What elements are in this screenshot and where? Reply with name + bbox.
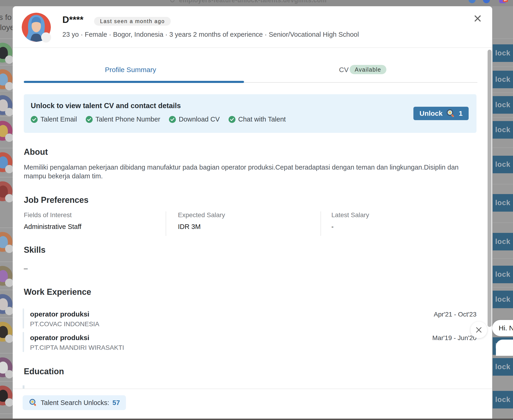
chat-close-button[interactable]: [470, 322, 487, 338]
feature-label: Chat with Talent: [238, 115, 286, 123]
list-row-divider: [493, 38, 513, 39]
check-circle-icon: [228, 116, 235, 123]
footer-divider: [13, 389, 492, 389]
feature-label: Talent Phone Number: [95, 115, 160, 123]
browser-extension-icon[interactable]: [483, 0, 490, 3]
unlock-button-clipped[interactable]: lock: [493, 291, 513, 308]
active-tab-indicator: [24, 81, 244, 83]
work-period: Apr'21 - Oct'23: [434, 311, 476, 318]
education-entry-bar-fragment: [23, 385, 24, 389]
unlock-button-clipped[interactable]: lock: [493, 358, 513, 376]
unlock-button[interactable]: Unlock 1: [413, 107, 469, 120]
unlock-button-clipped[interactable]: lock: [493, 391, 513, 408]
education-heading: Education: [24, 367, 64, 376]
list-row-divider: [493, 223, 513, 223]
work-period: Mar'19 - Jun'20: [432, 334, 476, 342]
background-text-fragment: loye: [0, 23, 14, 32]
list-row-divider: [0, 177, 13, 177]
avatar-status-circle: [5, 134, 13, 142]
check-circle-icon: [86, 116, 93, 123]
unlock-button-clipped[interactable]: lock: [493, 156, 513, 173]
unlock-feature-item: Chat with Talent: [228, 115, 286, 123]
close-icon[interactable]: [473, 14, 482, 23]
bottom-edge-bar: [0, 419, 513, 420]
unlock-cost: 1: [459, 110, 463, 117]
column-divider: [166, 211, 166, 236]
unlock-button-clipped[interactable]: lock: [493, 71, 513, 88]
unlocks-count: 57: [113, 399, 120, 407]
ssl-padlock-icon: [170, 0, 174, 2]
unlock-feature-item: Talent Email: [31, 115, 77, 123]
avatar-status-circle: [5, 55, 13, 64]
list-row-divider: [0, 413, 13, 414]
avatar-status-circle: [5, 279, 13, 287]
list-row-divider: [0, 290, 13, 290]
browser-extension-icon[interactable]: [469, 0, 475, 3]
tab-cv[interactable]: CV: [339, 66, 349, 74]
unlock-button-clipped[interactable]: lock: [493, 233, 513, 250]
list-row-divider: [493, 92, 513, 93]
job-pref-label: Latest Salary: [331, 211, 369, 219]
browser-address-bar: employers-feature-unlock-talents.devglin…: [0, 0, 513, 6]
avatar-status-circle: [5, 245, 13, 253]
chat-bubble-fragment: [496, 340, 513, 356]
tab-profile-summary[interactable]: Profile Summary: [105, 66, 156, 74]
list-row-divider: [0, 381, 13, 382]
job-preference-column: Expected SalaryIDR 3M: [178, 211, 225, 231]
skills-empty-value: –: [24, 264, 28, 272]
job-pref-value: Administrative Staff: [24, 223, 81, 231]
work-company: PT.CIPTA MANDIRI WIRASAKTI: [30, 344, 124, 351]
job-preferences-heading: Job Preferences: [24, 195, 89, 205]
list-row-divider: [493, 67, 513, 67]
unlock-button-clipped[interactable]: lock: [493, 194, 513, 212]
feature-label: Talent Email: [40, 115, 77, 123]
unlock-button-clipped[interactable]: lock: [493, 121, 513, 139]
url-text: employers-feature-unlock-talents.devglin…: [179, 0, 326, 4]
unlock-button-clipped[interactable]: lock: [493, 96, 513, 114]
job-pref-label: Expected Salary: [178, 211, 225, 219]
background-text-fragment: ts fo: [0, 13, 12, 22]
work-experience-entry: operator produksiPT.COVAC INDONESIAApr'2…: [23, 308, 478, 329]
list-row-divider: [493, 258, 513, 259]
background-candidate-list-left: ts fo loye: [0, 6, 13, 419]
list-row-divider: [493, 147, 513, 148]
unlock-button-label: Unlock: [419, 110, 443, 117]
check-circle-icon: [169, 116, 176, 123]
about-heading: About: [24, 147, 48, 157]
chat-greeting-bubble[interactable]: Hi. Ne: [492, 320, 513, 336]
unlock-banner-title: Unlock to view talent CV and contact det…: [31, 102, 181, 110]
header-divider: [13, 47, 492, 48]
unlock-button-clipped[interactable]: lock: [493, 266, 513, 283]
unlock-feature-item: Download CV: [169, 115, 219, 123]
talent-profile-modal: D**** Last seen a month ago 23 yo · Fema…: [13, 6, 492, 419]
list-row-divider: [0, 148, 13, 148]
job-preference-column: Fields of InterestAdministrative Staff: [24, 211, 81, 231]
work-title: operator produksi: [30, 310, 90, 318]
entry-accent-bar: [23, 308, 24, 329]
unlock-feature-list: Talent EmailTalent Phone NumberDownload …: [31, 115, 286, 123]
column-divider: [321, 211, 321, 236]
check-circle-icon: [31, 116, 38, 123]
avatar-status-circle: [5, 194, 13, 202]
entry-accent-bar: [23, 332, 24, 352]
avatar-status-circle: [5, 165, 13, 173]
list-row-divider: [0, 65, 13, 65]
list-row-divider: [0, 116, 13, 117]
job-preference-column: Latest Salary-: [331, 211, 369, 231]
skills-heading: Skills: [24, 245, 45, 255]
avatar-status-circle: [5, 335, 13, 343]
feature-label: Download CV: [179, 115, 219, 123]
list-row-divider: [0, 38, 13, 39]
cv-available-badge: Available: [350, 65, 386, 74]
modal-scrollbar[interactable]: [488, 50, 491, 327]
list-row-divider: [0, 228, 13, 228]
list-row-divider: [493, 287, 513, 288]
close-icon: [475, 326, 482, 333]
background-unlock-buttons-right: locklocklocklocklocklocklocklocklocklock…: [493, 6, 513, 419]
token-magnifier-icon: [29, 398, 38, 407]
unlocks-label: Talent Search Unlocks:: [41, 399, 109, 407]
unlock-button-clipped[interactable]: lock: [493, 44, 513, 62]
about-text: Memiliki pengalaman pekerjaan dibidang m…: [24, 163, 473, 180]
list-row-divider: [493, 117, 513, 118]
work-company: PT.COVAC INDONESIA: [30, 320, 99, 328]
